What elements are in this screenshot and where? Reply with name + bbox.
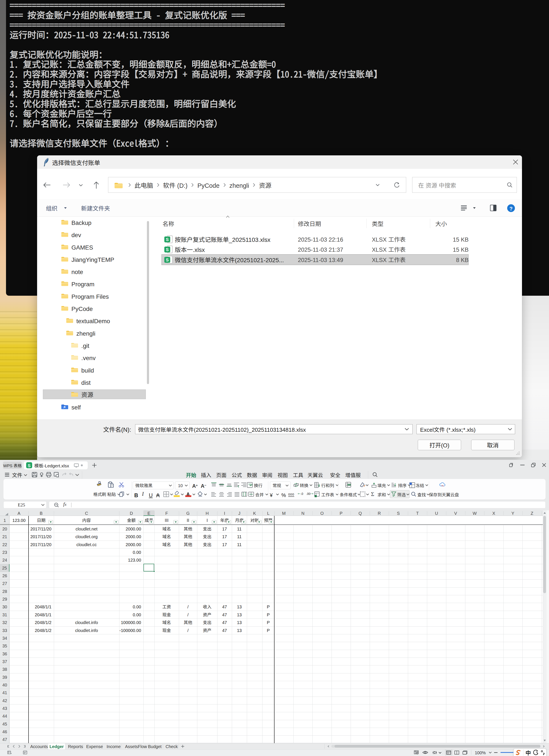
svg-text:S: S	[166, 237, 169, 242]
svg-text:S: S	[166, 247, 169, 252]
svg-text:S: S	[166, 258, 169, 262]
